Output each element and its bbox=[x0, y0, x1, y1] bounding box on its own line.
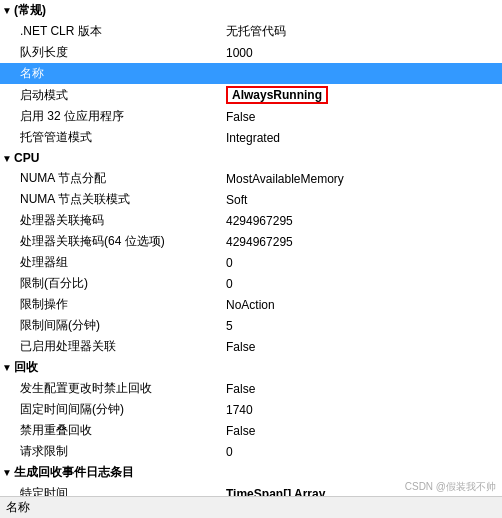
property-value: 0 bbox=[220, 441, 502, 462]
table-row[interactable]: 处理器关联掩码(64 位选项)4294967295 bbox=[0, 231, 502, 252]
property-label: NUMA 节点分配 bbox=[0, 168, 220, 189]
property-value: Integrated bbox=[220, 127, 502, 148]
table-row[interactable]: 启用 32 位应用程序False bbox=[0, 106, 502, 127]
property-value: 0 bbox=[220, 252, 502, 273]
property-label: .NET CLR 版本 bbox=[0, 21, 220, 42]
table-row[interactable]: 固定时间间隔(分钟)1740 bbox=[0, 399, 502, 420]
property-value: False bbox=[220, 336, 502, 357]
property-label: 托管管道模式 bbox=[0, 127, 220, 148]
section-header-label: ▼回收 bbox=[0, 357, 502, 378]
property-label: 队列长度 bbox=[0, 42, 220, 63]
section-header-row: ▼回收 bbox=[0, 357, 502, 378]
status-bar: 名称 bbox=[0, 496, 502, 518]
property-label: 处理器关联掩码 bbox=[0, 210, 220, 231]
property-label: 请求限制 bbox=[0, 441, 220, 462]
table-row[interactable]: 处理器组0 bbox=[0, 252, 502, 273]
property-value: 5 bbox=[220, 315, 502, 336]
table-row[interactable]: 托管管道模式Integrated bbox=[0, 127, 502, 148]
property-label: 禁用重叠回收 bbox=[0, 420, 220, 441]
section-header-label: ▼CPU bbox=[0, 148, 502, 168]
property-value: NoAction bbox=[220, 294, 502, 315]
property-value: Soft bbox=[220, 189, 502, 210]
property-label: 处理器组 bbox=[0, 252, 220, 273]
property-value: 1740 bbox=[220, 399, 502, 420]
property-value: 无托管代码 bbox=[220, 21, 502, 42]
property-label: 固定时间间隔(分钟) bbox=[0, 399, 220, 420]
property-label: 已启用处理器关联 bbox=[0, 336, 220, 357]
property-label: 名称 bbox=[0, 63, 220, 84]
status-bar-text: 名称 bbox=[6, 499, 30, 516]
table-row[interactable]: 限制操作NoAction bbox=[0, 294, 502, 315]
section-header-row: ▼(常规) bbox=[0, 0, 502, 21]
property-label: 启动模式 bbox=[0, 84, 220, 106]
table-row[interactable]: 发生配置更改时禁止回收False bbox=[0, 378, 502, 399]
table-row[interactable]: 名称 bbox=[0, 63, 502, 84]
table-row[interactable]: 处理器关联掩码4294967295 bbox=[0, 210, 502, 231]
property-label: 特定时间 bbox=[0, 483, 220, 496]
table-row[interactable]: 限制(百分比)0 bbox=[0, 273, 502, 294]
property-value: False bbox=[220, 378, 502, 399]
property-value bbox=[220, 63, 502, 84]
property-value: MostAvailableMemory bbox=[220, 168, 502, 189]
properties-table-area: ▼(常规).NET CLR 版本无托管代码队列长度1000名称启动模式Alway… bbox=[0, 0, 502, 496]
watermark: CSDN @假装我不帅 bbox=[405, 480, 496, 494]
table-row[interactable]: 队列长度1000 bbox=[0, 42, 502, 63]
table-row[interactable]: 禁用重叠回收False bbox=[0, 420, 502, 441]
table-row[interactable]: 限制间隔(分钟)5 bbox=[0, 315, 502, 336]
property-value: 1000 bbox=[220, 42, 502, 63]
property-label: 启用 32 位应用程序 bbox=[0, 106, 220, 127]
property-value: 0 bbox=[220, 273, 502, 294]
properties-table: ▼(常规).NET CLR 版本无托管代码队列长度1000名称启动模式Alway… bbox=[0, 0, 502, 496]
table-row[interactable]: NUMA 节点关联模式Soft bbox=[0, 189, 502, 210]
table-row[interactable]: 启动模式AlwaysRunning bbox=[0, 84, 502, 106]
property-label: 限制操作 bbox=[0, 294, 220, 315]
section-header-row: ▼CPU bbox=[0, 148, 502, 168]
section-header-label: ▼(常规) bbox=[0, 0, 502, 21]
property-value: False bbox=[220, 106, 502, 127]
property-value: False bbox=[220, 420, 502, 441]
property-label: 发生配置更改时禁止回收 bbox=[0, 378, 220, 399]
property-label: NUMA 节点关联模式 bbox=[0, 189, 220, 210]
table-row[interactable]: NUMA 节点分配MostAvailableMemory bbox=[0, 168, 502, 189]
property-label: 处理器关联掩码(64 位选项) bbox=[0, 231, 220, 252]
main-container: ▼(常规).NET CLR 版本无托管代码队列长度1000名称启动模式Alway… bbox=[0, 0, 502, 518]
property-label: 限制间隔(分钟) bbox=[0, 315, 220, 336]
property-label: 限制(百分比) bbox=[0, 273, 220, 294]
property-value: 4294967295 bbox=[220, 210, 502, 231]
property-value: AlwaysRunning bbox=[220, 84, 502, 106]
table-row[interactable]: 请求限制0 bbox=[0, 441, 502, 462]
property-value: 4294967295 bbox=[220, 231, 502, 252]
table-row[interactable]: 已启用处理器关联False bbox=[0, 336, 502, 357]
table-row[interactable]: .NET CLR 版本无托管代码 bbox=[0, 21, 502, 42]
